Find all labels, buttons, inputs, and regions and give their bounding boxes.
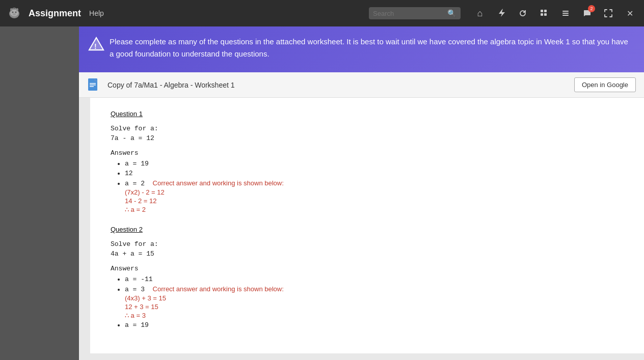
q2-answers-label: Answers <box>111 265 624 272</box>
q2-working-2: 12 + 3 = 15 <box>125 303 624 311</box>
home-button[interactable]: ⌂ <box>471 4 489 22</box>
search-box[interactable]: 🔍 <box>369 7 461 19</box>
q2-answer-2: a = 3 Correct answer and working is show… <box>125 285 624 319</box>
worksheet: Question 1 Solve for a: 7a - a = 12 Answ… <box>90 98 644 353</box>
worksheet-wrapper: Question 1 Solve for a: 7a - a = 12 Answ… <box>79 98 644 353</box>
app-logo <box>5 4 23 22</box>
navbar: Assignment Help 🔍 ⌂ <box>0 0 644 26</box>
document-row: Copy of 7a/Ma1 - Algebra - Worksheet 1 O… <box>79 72 644 98</box>
q1-answers-label: Answers <box>111 149 624 157</box>
svg-point-3 <box>15 12 17 13</box>
svg-rect-19 <box>90 83 96 84</box>
left-sidebar <box>0 26 79 360</box>
svg-text:!: ! <box>94 42 97 50</box>
help-link[interactable]: Help <box>89 9 104 17</box>
q1-correct-label: Correct answer and working is shown belo… <box>153 179 284 187</box>
question-1-block: Question 1 Solve for a: 7a - a = 12 Answ… <box>111 110 624 213</box>
q2-answer-1: a = -11 <box>125 275 624 283</box>
q1-answer-1: a = 19 <box>125 160 624 168</box>
q2-solve-label: Solve for a: <box>111 240 624 248</box>
q2-equation: 4a + a = 15 <box>111 250 624 258</box>
q1-working-3: ∴ a = 2 <box>125 206 624 213</box>
q2-answer-list: a = -11 a = 3 Correct answer and working… <box>111 275 624 329</box>
svg-rect-21 <box>90 86 94 87</box>
search-icon[interactable]: 🔍 <box>447 9 456 17</box>
chat-button[interactable]: 2 <box>578 4 596 22</box>
svg-point-4 <box>13 13 16 15</box>
q2-working-3: ∴ a = 3 <box>125 312 624 319</box>
open-google-button[interactable]: Open in Google <box>574 77 636 92</box>
search-input[interactable] <box>373 10 444 17</box>
svg-rect-9 <box>541 13 543 16</box>
question-2-title: Question 2 <box>111 226 624 233</box>
svg-point-2 <box>12 12 14 13</box>
question-1-title: Question 1 <box>111 110 624 118</box>
document-title: Copy of 7a/Ma1 - Algebra - Worksheet 1 <box>108 81 568 89</box>
svg-rect-10 <box>544 13 547 16</box>
q1-answer-2: 12 <box>125 170 624 177</box>
q2-working-1: (4x3) + 3 = 15 <box>125 294 624 302</box>
lightning-button[interactable] <box>492 4 511 22</box>
grid-button[interactable] <box>535 4 553 22</box>
svg-point-6 <box>16 8 18 11</box>
close-button[interactable]: ✕ <box>621 4 639 22</box>
q1-answer-list: a = 19 12 a = 2 Correct answer and worki… <box>111 160 624 213</box>
q1-solve-label: Solve for a: <box>111 125 624 132</box>
q2-answer-3: a = 19 <box>125 321 624 329</box>
banner-icon: ! <box>87 36 105 54</box>
refresh-button[interactable] <box>514 4 532 22</box>
expand-button[interactable] <box>599 4 618 22</box>
q2-correct-label: Correct answer and working is shown belo… <box>153 285 284 293</box>
nav-icons: ⌂ 2 <box>471 4 639 22</box>
question-2-block: Question 2 Solve for a: 4a + a = 15 Answ… <box>111 226 624 329</box>
content-area: ! Please complete as many of the questio… <box>79 26 644 360</box>
q1-working-1: (7x2) - 2 = 12 <box>125 188 624 196</box>
main-content: ! Please complete as many of the questio… <box>0 26 644 360</box>
svg-rect-11 <box>562 11 569 12</box>
chat-badge: 2 <box>588 5 595 12</box>
logo-icon <box>7 6 22 21</box>
svg-rect-12 <box>562 13 569 14</box>
svg-point-5 <box>10 8 12 11</box>
svg-rect-7 <box>541 10 543 12</box>
svg-rect-13 <box>562 15 569 16</box>
svg-rect-8 <box>544 10 547 12</box>
q1-working-2: 14 - 2 = 12 <box>125 197 624 205</box>
assignment-banner: ! Please complete as many of the questio… <box>79 26 644 72</box>
q1-answer-3: a = 2 Correct answer and working is show… <box>125 179 624 213</box>
q1-equation: 7a - a = 12 <box>111 134 624 142</box>
app-title: Assignment <box>29 8 81 19</box>
list-button[interactable] <box>556 4 575 22</box>
doc-icon <box>87 78 101 92</box>
banner-text: Please complete as many of the questions… <box>110 37 628 58</box>
svg-rect-20 <box>90 85 96 86</box>
